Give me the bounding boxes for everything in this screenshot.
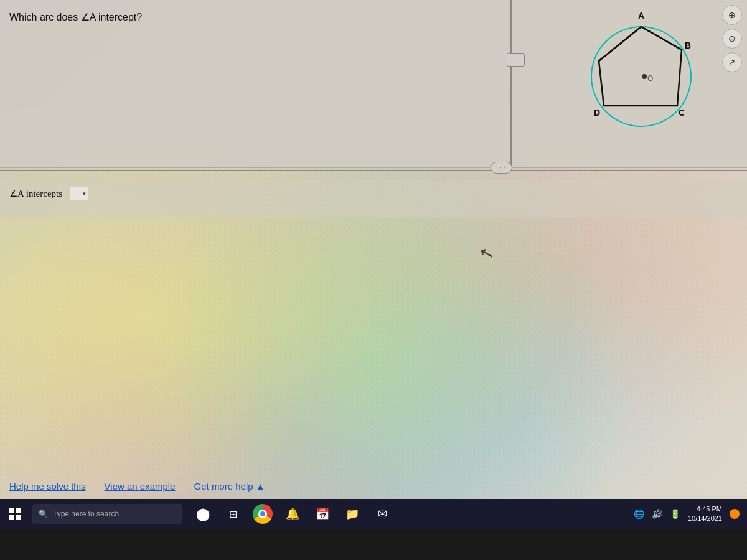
tools-panel: ⊕ ⊖ ↗ — [722, 5, 742, 72]
calendar-icon: 📅 — [316, 507, 329, 521]
search-placeholder: Type here to search — [53, 510, 119, 518]
question-label: Which arc does ∠A intercept? — [9, 12, 142, 22]
hp-indicator — [730, 509, 740, 519]
search-icon: 🔍 — [39, 510, 48, 518]
svg-point-0 — [591, 27, 691, 126]
email-icon: ✉ — [378, 507, 387, 521]
divider-expand-button[interactable]: ··· — [507, 53, 525, 67]
main-content: Which arc does ∠A intercept? ··· — [0, 0, 747, 529]
notification-button[interactable]: 🔔 — [279, 499, 306, 529]
taskbar-search[interactable]: 🔍 Type here to search — [32, 504, 182, 524]
cortana-icon: ⬤ — [192, 503, 214, 525]
volume-icon[interactable]: 🔊 — [652, 509, 662, 519]
answer-section: ∠A intercepts — [0, 180, 747, 218]
vertical-divider — [510, 0, 512, 168]
geometry-svg: A B C D O — [585, 5, 697, 139]
network-icon[interactable]: 🌐 — [634, 509, 644, 519]
windows-icon — [9, 508, 21, 520]
windows-icon-bl — [9, 515, 14, 520]
windows-icon-tr — [16, 508, 21, 513]
battery-icon[interactable]: 🔋 — [670, 509, 680, 519]
angle-symbol: ∠A intercepts — [9, 188, 62, 199]
svg-text:A: A — [638, 11, 644, 21]
zoom-out-button[interactable]: ⊖ — [722, 29, 742, 49]
file-explorer-icon: 📁 — [345, 507, 359, 521]
svg-text:D: D — [594, 108, 600, 118]
svg-text:B: B — [685, 40, 691, 50]
taskbar: 🔍 Type here to search ⬤ ⊞ � — [0, 499, 747, 529]
taskbar-pinned-icons: ⬤ ⊞ 🔔 📅 📁 — [189, 499, 396, 529]
notification-icon: 🔔 — [286, 507, 299, 521]
svg-point-4 — [642, 74, 647, 79]
get-more-help-button[interactable]: Get more help ▲ — [194, 481, 265, 492]
svg-line-3 — [641, 27, 682, 50]
question-section: Which arc does ∠A intercept? ··· — [0, 0, 747, 168]
answer-expand-button[interactable]: ··· — [491, 162, 512, 174]
task-view-button[interactable]: ⊞ — [219, 499, 247, 529]
svg-text:O: O — [647, 74, 653, 83]
system-tray: 🌐 🔊 🔋 4:45 PM 10/14/2021 — [634, 505, 747, 524]
windows-icon-br — [16, 515, 21, 520]
svg-marker-1 — [599, 27, 682, 106]
zoom-in-button[interactable]: ⊕ — [722, 5, 742, 25]
question-text: Which arc does ∠A intercept? — [9, 11, 142, 23]
system-clock[interactable]: 4:45 PM 10/14/2021 — [688, 505, 722, 524]
helper-buttons-container: Help me solve this View an example Get m… — [9, 481, 265, 492]
email-button[interactable]: ✉ — [369, 499, 396, 529]
view-example-button[interactable]: View an example — [105, 481, 176, 492]
clock-time: 4:45 PM — [688, 505, 722, 514]
horizontal-separator — [0, 170, 747, 171]
start-button[interactable] — [0, 499, 30, 529]
answer-label: ∠A intercepts — [9, 187, 88, 200]
external-link-button[interactable]: ↗ — [722, 52, 742, 72]
help-me-solve-button[interactable]: Help me solve this — [9, 481, 86, 492]
calendar-button[interactable]: 📅 — [309, 499, 336, 529]
cursor-indicator: ↖ — [477, 241, 496, 265]
file-explorer-button[interactable]: 📁 — [339, 499, 366, 529]
chrome-button[interactable] — [249, 499, 276, 529]
clock-date: 10/14/2021 — [688, 514, 722, 523]
cortana-button[interactable]: ⬤ — [189, 499, 217, 529]
windows-icon-tl — [9, 508, 14, 513]
answer-dropdown[interactable] — [70, 187, 88, 200]
task-view-icon: ⊞ — [229, 508, 237, 520]
chrome-icon — [253, 504, 273, 524]
geometry-diagram: A B C D O — [585, 5, 697, 142]
svg-text:C: C — [679, 108, 685, 118]
